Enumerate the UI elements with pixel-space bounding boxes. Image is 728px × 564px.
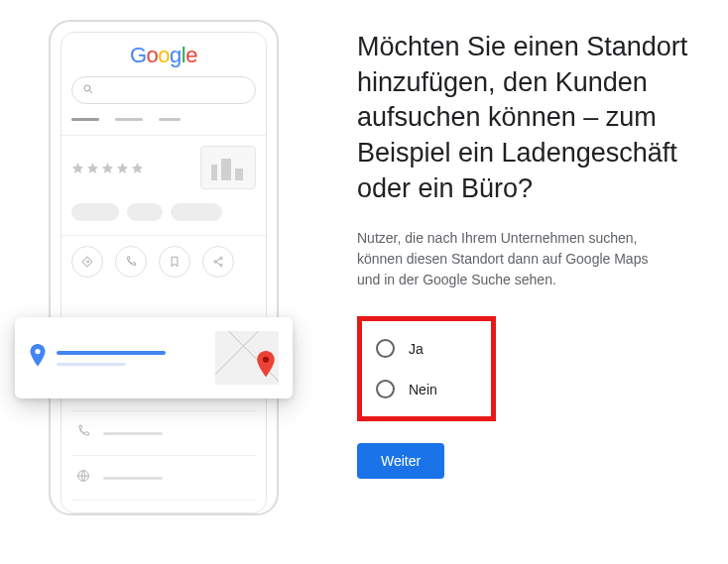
page-title: Möchten Sie einen Standort hinzufügen, d… [357,30,694,206]
chip-placeholders [71,203,256,221]
list-item [71,456,256,501]
radio-option-yes[interactable]: Ja [376,333,477,364]
action-buttons-row [71,246,256,278]
radio-icon [376,339,395,358]
map-thumbnail [215,331,279,385]
share-icon [202,246,234,278]
location-card-illustration [15,317,293,398]
svg-point-3 [214,261,216,263]
list-item [71,411,256,456]
phone-frame: Google [49,20,279,515]
radio-group-highlight: Ja Nein [357,316,496,421]
svg-line-1 [90,91,93,94]
illustration-phone: Google [15,20,293,535]
phone-screen: Google [61,32,267,513]
page-subtext: Nutzer, die nach Ihrem Unternehmen suche… [357,228,665,290]
directions-icon [71,246,103,278]
tab-indicators [71,118,256,121]
svg-point-5 [220,264,222,266]
radio-option-no[interactable]: Nein [376,374,477,404]
svg-point-9 [263,357,269,363]
globe-icon [75,468,91,488]
search-icon [82,81,94,99]
radio-label: Nein [409,382,437,397]
star-rating-icon [71,162,144,174]
bookmark-icon [159,246,190,278]
svg-point-8 [35,349,40,354]
image-placeholder-icon [200,146,256,189]
phone-icon [75,423,91,443]
svg-point-4 [220,257,222,259]
svg-point-0 [84,85,90,91]
radio-icon [376,380,395,398]
radio-label: Ja [409,341,424,357]
location-pin-icon [29,344,47,372]
location-question-form: Möchten Sie einen Standort hinzufügen, d… [357,30,694,479]
search-bar-illustration [71,76,256,104]
google-logo: Google [71,43,256,68]
phone-icon [115,246,147,278]
map-pin-icon [255,351,277,383]
continue-button[interactable]: Weiter [357,443,444,479]
